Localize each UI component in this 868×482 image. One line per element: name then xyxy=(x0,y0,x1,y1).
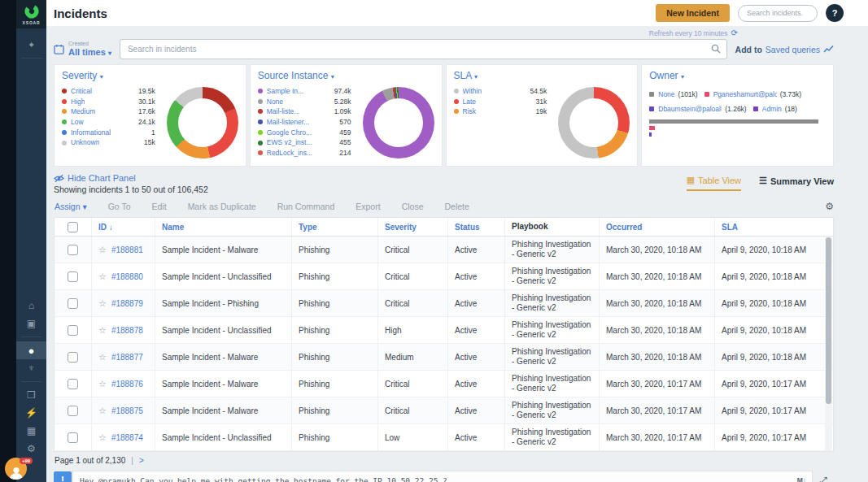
legend-item[interactable]: Late31k xyxy=(454,98,559,106)
column-header-sla[interactable]: SLA xyxy=(715,218,833,236)
star-icon[interactable]: ☆ xyxy=(98,298,107,309)
legend-item[interactable]: None5.28k xyxy=(258,98,363,106)
sidebar-item-dashboard[interactable]: ▣ xyxy=(16,315,46,332)
legend-item[interactable]: Mail-liste...1.09k xyxy=(258,107,363,115)
tab-summary-view[interactable]: ☰ Summary View xyxy=(759,175,834,191)
source-instance-chart-title[interactable]: Source Instance ▾ xyxy=(258,70,434,81)
legend-item[interactable]: Unknown15k xyxy=(62,138,167,146)
row-checkbox[interactable] xyxy=(68,379,78,389)
legend-item[interactable]: Medium17.6k xyxy=(62,107,167,115)
table-row[interactable]: ☆#188880Sample Incident - UnclassifiedPh… xyxy=(55,263,833,290)
incident-id-link[interactable]: #188879 xyxy=(111,299,143,308)
incident-id-link[interactable]: #188878 xyxy=(111,326,143,335)
column-header-type[interactable]: Type xyxy=(292,218,378,236)
column-header-playbook[interactable]: Playbook xyxy=(505,218,600,236)
gear-icon[interactable]: ⚙ xyxy=(825,201,834,212)
table-row[interactable]: ☆#188875Sample Incident - MalwarePhishin… xyxy=(55,397,833,424)
severity-donut[interactable] xyxy=(167,87,238,158)
action-delete[interactable]: Delete xyxy=(445,202,469,211)
sidebar-item-incidents[interactable]: ● xyxy=(16,341,46,359)
app-logo[interactable]: XSOAR xyxy=(16,0,46,28)
incident-id-link[interactable]: #188875 xyxy=(111,406,143,415)
help-button[interactable]: ? xyxy=(826,4,844,22)
table-row[interactable]: ☆#188879Sample Incident - PhishingPhishi… xyxy=(55,290,833,317)
table-row[interactable]: ☆#188877Sample Incident - MalwarePhishin… xyxy=(55,344,833,371)
incident-search-input[interactable] xyxy=(120,39,727,59)
action-go-to[interactable]: Go To xyxy=(108,202,131,211)
legend-item[interactable]: Critical19.5k xyxy=(62,87,167,95)
row-checkbox[interactable] xyxy=(68,325,78,336)
action-assign[interactable]: Assign ▾ xyxy=(55,202,87,211)
row-checkbox[interactable] xyxy=(68,432,78,443)
incident-id-link[interactable]: #188874 xyxy=(111,433,143,442)
incident-id-link[interactable]: #188876 xyxy=(111,380,143,389)
star-icon[interactable]: ☆ xyxy=(98,325,107,336)
next-page-button[interactable]: > xyxy=(139,456,144,465)
action-edit[interactable]: Edit xyxy=(152,202,167,211)
column-header-name[interactable]: Name xyxy=(155,218,292,236)
row-checkbox[interactable] xyxy=(68,352,78,363)
column-header-id[interactable]: ID ↓ xyxy=(92,218,155,236)
tab-table-view[interactable]: ▦ Table View xyxy=(687,175,741,191)
sidebar-item-jobs[interactable]: ▦ xyxy=(16,422,46,440)
select-all-checkbox[interactable] xyxy=(68,222,78,232)
markdown-toggle[interactable]: M↓ xyxy=(797,476,806,482)
table-row[interactable]: ☆#188881Sample Incident - MalwarePhishin… xyxy=(55,237,833,263)
legend-item[interactable]: Pganeshamurt@paloaltonetworks.c...(3.73k… xyxy=(704,90,801,98)
sidebar-item-home[interactable]: ⌂ xyxy=(16,297,46,315)
star-icon[interactable]: ☆ xyxy=(98,245,107,255)
incident-id-link[interactable]: #188877 xyxy=(111,353,143,362)
incident-id-link[interactable]: #188881 xyxy=(111,245,143,254)
command-input[interactable] xyxy=(72,471,813,482)
row-checkbox[interactable] xyxy=(68,298,78,309)
scrollbar-thumb[interactable] xyxy=(826,237,831,404)
star-icon[interactable]: ☆ xyxy=(98,379,107,389)
incident-id-link[interactable]: #188880 xyxy=(111,272,143,281)
table-row[interactable]: ☆#188876Sample Incident - MalwarePhishin… xyxy=(55,371,833,397)
sidebar-item-settings[interactable]: ⚙ xyxy=(16,440,46,458)
severity-chart-title[interactable]: Severity ▾ xyxy=(62,70,238,81)
sla-donut[interactable] xyxy=(558,87,630,158)
legend-item[interactable]: Low24.1k xyxy=(62,118,167,126)
action-run-command[interactable]: Run Command xyxy=(277,202,335,211)
refresh-icon[interactable]: ⟳ xyxy=(731,28,738,37)
legend-item[interactable]: Google Chro...459 xyxy=(258,128,363,137)
star-icon[interactable]: ☆ xyxy=(98,271,107,282)
action-close[interactable]: Close xyxy=(402,202,424,211)
legend-item[interactable]: Informational1 xyxy=(62,128,167,137)
column-header-severity[interactable]: Severity xyxy=(378,218,448,236)
sidebar-item-automation[interactable]: ⚡ xyxy=(16,404,46,422)
legend-item[interactable]: Dbaumstein@paloaltonetworks.c...(1.26k) xyxy=(649,105,746,113)
command-mode-button[interactable]: ! xyxy=(54,471,72,482)
legend-item[interactable]: RedLock_ins...214 xyxy=(258,149,363,157)
table-row[interactable]: ☆#188878Sample Incident - UnclassifiedPh… xyxy=(55,317,833,344)
add-to-saved-queries[interactable]: Add to Saved queries xyxy=(735,45,834,54)
sidebar-item-playbooks[interactable]: ❒ xyxy=(16,386,46,404)
expand-icon[interactable]: ⤢ xyxy=(813,475,834,482)
action-export[interactable]: Export xyxy=(355,202,380,211)
row-checkbox[interactable] xyxy=(68,245,78,255)
row-checkbox[interactable] xyxy=(68,271,78,282)
legend-item[interactable]: Mail-listener...570 xyxy=(258,118,363,126)
legend-item[interactable]: Admin(18) xyxy=(753,105,797,113)
owner-chart-title[interactable]: Owner ▾ xyxy=(649,70,826,81)
legend-item[interactable]: Sample In...97.4k xyxy=(258,87,363,95)
row-checkbox[interactable] xyxy=(68,406,78,416)
global-search-input[interactable] xyxy=(738,5,818,22)
star-icon[interactable]: ☆ xyxy=(98,352,107,363)
column-header-occurred[interactable]: Occurred xyxy=(600,218,715,236)
legend-item[interactable]: High30.1k xyxy=(62,98,167,106)
star-icon[interactable]: ☆ xyxy=(98,406,107,416)
column-header-status[interactable]: Status xyxy=(448,218,505,236)
sidebar-item-war-room[interactable]: ♆ xyxy=(16,359,46,377)
action-mark-as-duplicate[interactable]: Mark as Duplicate xyxy=(188,202,256,211)
legend-item[interactable]: Within54.5k xyxy=(454,87,559,95)
legend-item[interactable]: Risk19k xyxy=(454,107,559,115)
table-row[interactable]: ☆#188874Sample Incident - UnclassifiedPh… xyxy=(55,424,833,451)
star-icon[interactable]: ☆ xyxy=(98,432,107,443)
source-instance-donut[interactable] xyxy=(363,87,434,158)
legend-item[interactable]: EWS v2_inst...455 xyxy=(258,138,363,146)
sla-chart-title[interactable]: SLA ▾ xyxy=(454,70,630,81)
new-incident-button[interactable]: New Incident xyxy=(656,4,730,22)
table-scrollbar[interactable] xyxy=(825,237,832,450)
